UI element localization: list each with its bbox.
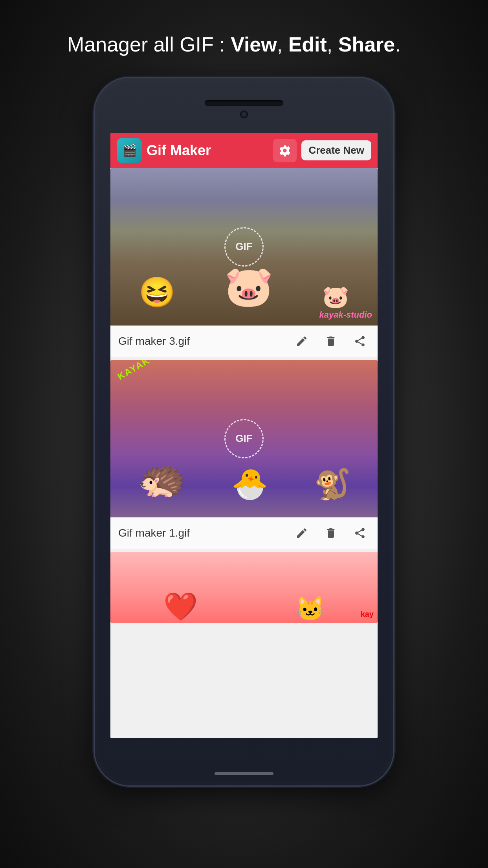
character-emoji-5: 🐣 [231,467,268,502]
trash-icon [325,527,337,539]
app-header: Gif Maker Create New [110,133,378,168]
gif-watermark-1: kayak-studio [319,310,372,320]
gif-play-button-1[interactable]: GIF [224,227,264,267]
gif-footer-2: Gif maker 1.gif [110,517,378,549]
gif-thumbnail-2[interactable]: 🦔 🐣 🐒 KAYAK-STUDIO GIF [110,360,378,517]
gif-actions-1 [292,331,370,351]
trash-icon [325,335,337,348]
phone-camera-front [240,110,248,118]
phone-bottom-bar [215,762,273,785]
list-item[interactable]: ❤️ 🐱 kay [110,552,378,623]
create-new-button[interactable]: Create New [301,140,371,160]
character-emoji-4: 🦔 [137,455,186,502]
character-emoji-6: 🐒 [314,467,351,502]
edit-icon [295,335,308,348]
share-icon [354,527,366,539]
share-button-2[interactable] [350,523,370,543]
gif-play-button-2[interactable]: GIF [224,419,264,458]
gif-watermark-3: kay [361,610,374,619]
character-emoji-1: 😆 [139,275,176,310]
gif-thumbnail-1[interactable]: 😆 🐷 🐷 GIF kayak-studio [110,168,378,326]
share-button-1[interactable] [350,331,370,351]
app-title: Gif Maker [147,142,268,159]
phone-sensors [240,110,248,118]
phone-screen: Gif Maker Create New 😆 🐷 🐷 [110,133,378,738]
delete-button-2[interactable] [321,523,341,543]
phone-frame: Gif Maker Create New 😆 🐷 🐷 [95,78,393,785]
edit-button-2[interactable] [292,523,312,543]
delete-button-1[interactable] [321,331,341,351]
character-emoji-3: 🐷 [322,284,349,310]
gif-list: 😆 🐷 🐷 GIF kayak-studio Gif maker 3.gif [110,168,378,738]
gif-actions-2 [292,523,370,543]
list-item[interactable]: 🦔 🐣 🐒 KAYAK-STUDIO GIF Gif maker 1.gif [110,360,378,549]
settings-button[interactable] [273,139,297,162]
character-emoji-8: 🐱 [295,595,325,623]
edit-icon [295,527,308,539]
edit-button-1[interactable] [292,331,312,351]
app-logo [117,138,142,163]
phone-speaker [205,100,283,106]
phone-top-bar [95,78,393,133]
gear-icon [279,144,291,157]
gif-filename-1: Gif maker 3.gif [118,335,292,348]
share-icon [354,335,366,348]
page-headline: Manager all GIF : View, Edit, Share. [67,31,421,58]
home-indicator [215,772,273,775]
gif-thumbnail-3[interactable]: ❤️ 🐱 kay [110,552,378,623]
gif-filename-2: Gif maker 1.gif [118,527,292,539]
character-emoji-7: ❤️ [163,590,198,623]
list-item[interactable]: 😆 🐷 🐷 GIF kayak-studio Gif maker 3.gif [110,168,378,357]
gif-footer-1: Gif maker 3.gif [110,326,378,357]
character-emoji-2: 🐷 [224,263,273,310]
